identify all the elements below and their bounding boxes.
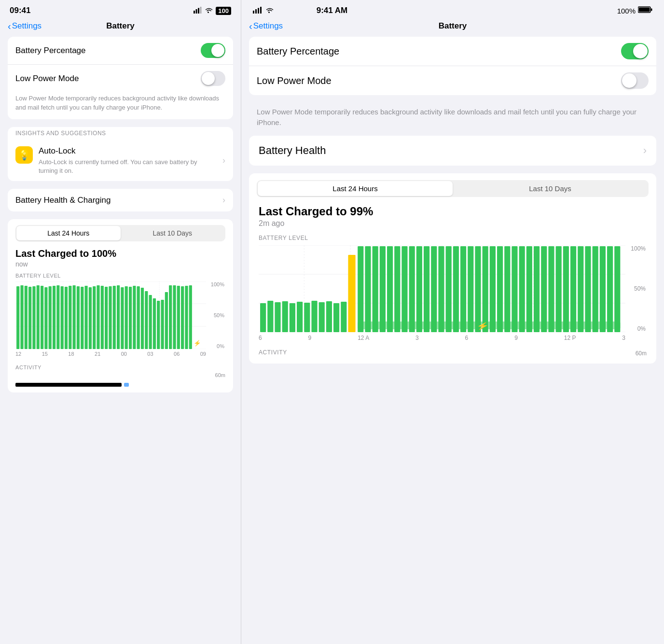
svg-rect-94 bbox=[365, 246, 371, 332]
svg-rect-3 bbox=[200, 7, 202, 14]
right-time-selector[interactable]: Last 24 Hours Last 10 Days bbox=[257, 180, 649, 197]
battery-percentage-row: Battery Percentage bbox=[8, 37, 233, 64]
svg-rect-107 bbox=[460, 246, 466, 332]
svg-rect-27 bbox=[65, 287, 68, 349]
right-low-power-desc: Low Power Mode temporarily reduces backg… bbox=[249, 103, 656, 134]
svg-rect-43 bbox=[129, 287, 132, 349]
left-battery-health-card[interactable]: Battery Health & Charging › bbox=[8, 189, 233, 211]
svg-rect-108 bbox=[468, 246, 473, 332]
left-back-button[interactable]: ‹ Settings bbox=[8, 21, 42, 32]
svg-rect-110 bbox=[483, 246, 488, 332]
svg-rect-58 bbox=[189, 285, 192, 349]
auto-lock-row[interactable]: 💡 Auto-Lock Auto-Lock is currently turne… bbox=[8, 140, 233, 181]
insight-title: Auto-Lock bbox=[39, 146, 217, 156]
svg-rect-80 bbox=[260, 303, 266, 332]
activity-max-label: 60m bbox=[215, 372, 225, 378]
last-10-days-btn[interactable]: Last 10 Days bbox=[121, 226, 225, 240]
right-content: Battery Percentage Low Power Mode Low Po… bbox=[241, 37, 664, 364]
right-battery-percentage-toggle[interactable] bbox=[621, 43, 649, 59]
svg-rect-90 bbox=[333, 303, 339, 332]
svg-rect-84 bbox=[290, 303, 295, 332]
svg-rect-24 bbox=[53, 286, 55, 349]
right-y-labels: 100% 50% 0% bbox=[625, 245, 647, 332]
last-24-hours-btn[interactable]: Last 24 Hours bbox=[16, 226, 121, 240]
svg-rect-21 bbox=[41, 286, 43, 349]
right-back-chevron-icon: ‹ bbox=[249, 21, 252, 32]
svg-rect-31 bbox=[81, 287, 83, 349]
svg-rect-19 bbox=[32, 286, 35, 349]
svg-rect-102 bbox=[424, 246, 429, 332]
svg-rect-35 bbox=[97, 285, 99, 349]
svg-rect-1 bbox=[196, 9, 197, 14]
right-battery-health-row[interactable]: Battery Health › bbox=[249, 136, 656, 166]
left-status-icons: 100 bbox=[194, 7, 231, 15]
right-back-button[interactable]: ‹ Settings bbox=[249, 21, 283, 32]
svg-rect-37 bbox=[105, 287, 108, 349]
svg-rect-49 bbox=[153, 298, 156, 349]
toggle-thumb-lpm bbox=[202, 72, 215, 85]
insights-header: INSIGHTS AND SUGGESTIONS bbox=[8, 127, 233, 140]
left-time-selector[interactable]: Last 24 Hours Last 10 Days bbox=[15, 225, 225, 241]
low-power-mode-label: Low Power Mode bbox=[15, 74, 79, 84]
svg-rect-15 bbox=[16, 286, 19, 349]
svg-rect-86 bbox=[304, 303, 310, 332]
svg-text:⚡: ⚡ bbox=[194, 339, 201, 347]
insight-content: Auto-Lock Auto-Lock is currently turned … bbox=[39, 146, 217, 175]
svg-rect-105 bbox=[446, 246, 452, 332]
right-toggle-card: Battery Percentage Low Power Mode bbox=[249, 37, 656, 95]
left-time: 09:41 bbox=[10, 6, 30, 15]
svg-rect-99 bbox=[401, 246, 407, 332]
svg-rect-64 bbox=[258, 8, 259, 14]
right-chart-subtitle: 2m ago bbox=[259, 219, 647, 228]
right-left-status-icons bbox=[253, 7, 274, 15]
svg-rect-36 bbox=[101, 286, 104, 349]
svg-rect-129 bbox=[358, 322, 620, 329]
right-chart-bars: ⚡ bbox=[259, 245, 625, 332]
svg-rect-44 bbox=[133, 286, 136, 349]
svg-rect-117 bbox=[534, 246, 540, 332]
left-chart-subtitle: now bbox=[15, 260, 225, 268]
right-chart-section: Last Charged to 99% 2m ago BATTERY LEVEL bbox=[249, 205, 656, 349]
svg-rect-42 bbox=[125, 286, 128, 349]
svg-rect-40 bbox=[117, 285, 120, 349]
left-x-labels: 12 15 18 21 00 03 06 09 bbox=[15, 351, 225, 357]
wifi-icon bbox=[205, 7, 213, 15]
battery-health-chevron-icon: › bbox=[222, 195, 225, 205]
svg-rect-20 bbox=[37, 285, 40, 349]
svg-rect-38 bbox=[109, 286, 111, 349]
left-y-labels: 100% 50% 0% bbox=[208, 281, 225, 349]
right-battery-level-label: BATTERY LEVEL bbox=[259, 235, 647, 241]
right-battery-health-card[interactable]: Battery Health › bbox=[249, 136, 656, 166]
svg-rect-120 bbox=[556, 246, 562, 332]
svg-rect-28 bbox=[69, 286, 71, 349]
right-battery-pct: 100% bbox=[617, 7, 636, 15]
low-power-mode-toggle[interactable] bbox=[201, 71, 225, 86]
battery-percentage-toggle[interactable] bbox=[201, 43, 225, 58]
svg-rect-34 bbox=[93, 286, 96, 349]
svg-rect-100 bbox=[409, 246, 415, 332]
svg-rect-63 bbox=[255, 9, 257, 14]
svg-rect-57 bbox=[185, 286, 188, 349]
right-activity-section: ACTIVITY 60m bbox=[249, 349, 656, 364]
right-activity-header: ACTIVITY 60m bbox=[259, 349, 647, 358]
svg-rect-128 bbox=[614, 246, 620, 332]
battery-health-row[interactable]: Battery Health & Charging › bbox=[8, 189, 233, 211]
right-last-10-days-btn[interactable]: Last 10 Days bbox=[453, 181, 648, 196]
left-chart-bars: ⚡ bbox=[15, 281, 206, 349]
right-activity-max: 60m bbox=[636, 350, 647, 357]
right-low-power-mode-toggle[interactable] bbox=[621, 72, 649, 89]
svg-rect-50 bbox=[157, 301, 160, 349]
svg-rect-113 bbox=[504, 246, 510, 332]
svg-rect-121 bbox=[563, 246, 569, 332]
right-last-24-hours-btn[interactable]: Last 24 Hours bbox=[258, 181, 453, 196]
battery-percentage-label: Battery Percentage bbox=[15, 46, 86, 56]
svg-rect-39 bbox=[113, 286, 116, 349]
toggle-thumb bbox=[211, 44, 224, 57]
svg-rect-53 bbox=[169, 285, 172, 349]
svg-rect-55 bbox=[177, 286, 180, 349]
left-insights-card: INSIGHTS AND SUGGESTIONS 💡 Auto-Lock Aut… bbox=[8, 127, 233, 181]
svg-rect-124 bbox=[585, 246, 591, 332]
svg-rect-81 bbox=[267, 301, 273, 332]
right-wifi-icon bbox=[265, 7, 274, 15]
svg-rect-41 bbox=[121, 287, 124, 349]
